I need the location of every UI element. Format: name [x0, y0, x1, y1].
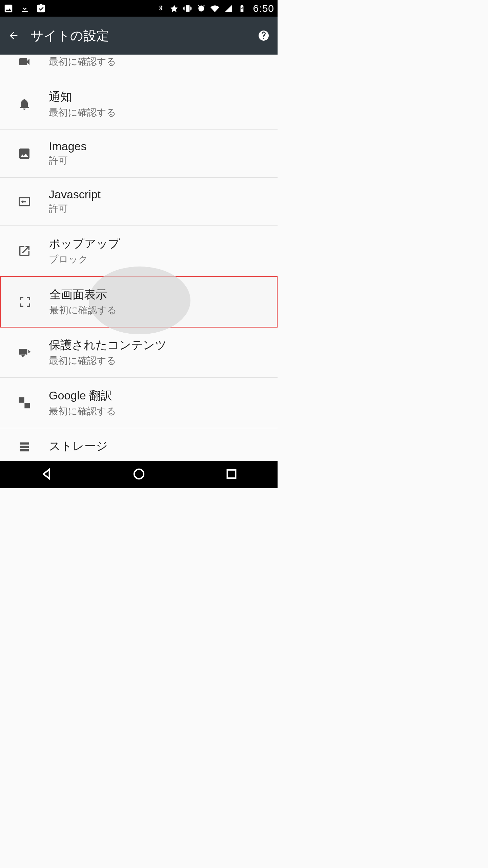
setting-subtitle: 許可 — [49, 202, 278, 215]
setting-title: 通知 — [49, 89, 278, 105]
site-setting-fullscreen[interactable]: 全画面表示 最初に確認する — [0, 276, 278, 328]
clipboard-check-icon — [36, 3, 46, 14]
site-setting-popups[interactable]: ポップアップ ブロック — [0, 226, 278, 276]
page-title: サイトの設定 — [30, 27, 257, 44]
triangle-back-icon — [39, 467, 54, 481]
setting-title: 保護されたコンテンツ — [49, 337, 278, 353]
setting-subtitle: 最初に確認する — [49, 304, 277, 317]
translate-icon — [18, 396, 31, 410]
settings-list: 最初に確認する 通知 最初に確認する Images 許可 Javascript … — [0, 55, 278, 461]
back-button[interactable] — [7, 29, 20, 42]
setting-title: 全画面表示 — [49, 287, 277, 302]
setting-title: ストレージ — [49, 438, 278, 454]
setting-subtitle: 最初に確認する — [49, 405, 278, 418]
battery-charging-icon — [238, 4, 246, 13]
arrow-left-icon — [8, 30, 19, 41]
camera-icon — [18, 55, 31, 68]
picture-icon — [3, 3, 14, 14]
nav-back-button[interactable] — [39, 467, 54, 482]
site-setting-google-translate[interactable]: Google 翻訳 最初に確認する — [0, 378, 278, 428]
star-icon — [170, 4, 179, 13]
fullscreen-icon — [18, 295, 32, 309]
site-setting-storage[interactable]: ストレージ — [0, 428, 278, 461]
cell-signal-icon — [224, 4, 233, 13]
nav-home-button[interactable] — [132, 467, 146, 482]
setting-subtitle: 許可 — [49, 154, 278, 167]
protected-content-icon — [18, 346, 31, 359]
site-setting-notifications[interactable]: 通知 最初に確認する — [0, 79, 278, 130]
site-setting-protected-content[interactable]: 保護されたコンテンツ 最初に確認する — [0, 327, 278, 378]
site-setting-camera[interactable]: 最初に確認する — [0, 55, 278, 79]
setting-title: Images — [49, 140, 278, 153]
help-icon — [258, 29, 270, 42]
square-recent-icon — [224, 467, 239, 481]
navigation-bar — [0, 461, 278, 488]
vibrate-icon — [183, 4, 192, 13]
setting-subtitle: 最初に確認する — [49, 354, 278, 367]
svg-rect-1 — [227, 470, 236, 478]
app-bar: サイトの設定 — [0, 17, 278, 55]
setting-title: ポップアップ — [49, 236, 278, 252]
setting-title: Google 翻訳 — [49, 388, 278, 403]
download-icon — [20, 3, 30, 14]
setting-subtitle: ブロック — [49, 253, 278, 266]
storage-icon — [18, 440, 31, 454]
alarm-icon — [197, 4, 206, 13]
setting-title: Javascript — [49, 188, 278, 201]
bluetooth-icon — [156, 4, 165, 13]
status-bar: 6:50 — [0, 0, 278, 17]
setting-subtitle: 最初に確認する — [49, 106, 278, 119]
wifi-icon — [210, 4, 219, 13]
bell-icon — [18, 97, 31, 111]
site-setting-javascript[interactable]: Javascript 許可 — [0, 178, 278, 226]
circle-home-icon — [132, 467, 146, 481]
input-icon — [18, 195, 31, 209]
help-button[interactable] — [257, 28, 271, 43]
image-icon — [18, 147, 31, 160]
status-time: 6:50 — [253, 3, 274, 14]
setting-subtitle: 最初に確認する — [49, 55, 278, 68]
svg-point-0 — [134, 469, 144, 479]
open-in-new-icon — [18, 244, 31, 258]
nav-recent-button[interactable] — [224, 467, 239, 482]
site-setting-images[interactable]: Images 許可 — [0, 130, 278, 178]
